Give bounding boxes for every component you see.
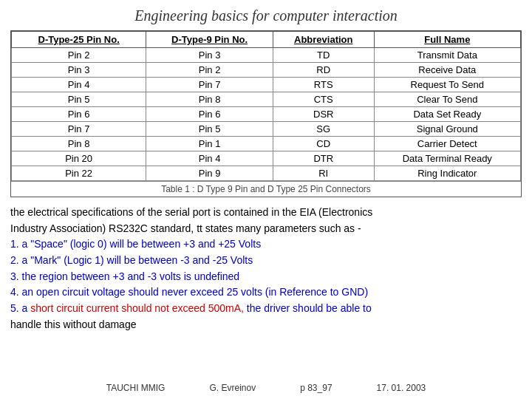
footer: TAUCHI MMIG G. Evreinov p 83_97 17. 01. …	[0, 383, 532, 393]
table-cell-1-0: Pin 3	[12, 63, 146, 78]
table-row: Pin 8Pin 1CDCarrier Detect	[12, 137, 521, 151]
body-item-5: 5. a short circuit current should not ex…	[10, 301, 522, 317]
table-cell-6-0: Pin 8	[12, 137, 146, 151]
body-item-6: handle this without damage	[10, 317, 522, 333]
table-cell-1-2: RD	[273, 63, 374, 78]
table-cell-5-1: Pin 5	[146, 122, 273, 137]
body-item-5-prefix: 5. a	[10, 302, 30, 314]
table-row: Pin 3Pin 2RDReceive Data	[12, 63, 521, 78]
table-cell-2-1: Pin 7	[146, 78, 273, 92]
table-cell-2-3: Request To Send	[374, 78, 520, 92]
footer-page: p 83_97	[300, 383, 332, 393]
table-row: Pin 20Pin 4DTRData Terminal Ready	[12, 151, 521, 166]
table-row: Pin 22Pin 9RIRing Indicator	[12, 166, 521, 181]
table-cell-0-3: Transmit Data	[374, 48, 520, 63]
footer-date: 17. 01. 2003	[377, 383, 426, 393]
table-cell-3-3: Clear To Send	[374, 92, 520, 107]
table-cell-1-1: Pin 2	[146, 63, 273, 78]
table-cell-7-0: Pin 20	[12, 151, 146, 166]
col-header-abbrev: Abbreviation	[273, 32, 374, 48]
table-cell-6-3: Carrier Detect	[374, 137, 520, 151]
footer-author: G. Evreinov	[209, 383, 256, 393]
table-cell-4-1: Pin 6	[146, 107, 273, 122]
body-line2: Industry Association) RS232C standard, t…	[10, 221, 522, 237]
col-header-fullname: Full Name	[374, 32, 520, 48]
table-cell-3-1: Pin 8	[146, 92, 273, 107]
body-item-1: 1. a "Space" (logic 0) will be between +…	[10, 236, 522, 253]
table-cell-8-3: Ring Indicator	[374, 166, 520, 181]
table-cell-6-2: CD	[273, 137, 374, 151]
table-cell-0-0: Pin 2	[12, 48, 146, 63]
col-header-dtype25: D-Type-25 Pin No.	[12, 32, 146, 48]
table-cell-7-2: DTR	[273, 151, 374, 166]
table-row: Pin 6Pin 6DSRData Set Ready	[12, 107, 521, 122]
table-cell-0-2: TD	[273, 48, 374, 63]
page-title: Engineering basics for computer interact…	[0, 0, 532, 30]
table-cell-5-2: SG	[273, 122, 374, 137]
body-item-2: 2. a "Mark" (Logic 1) will be between -3…	[10, 253, 522, 269]
body-item-3: 3. the region between +3 and -3 volts is…	[10, 269, 522, 285]
table-cell-1-3: Receive Data	[374, 63, 520, 78]
body-item-5-red: short circuit current should not exceed …	[30, 302, 244, 314]
pin-table: D-Type-25 Pin No. D-Type-9 Pin No. Abbre…	[11, 31, 521, 181]
footer-org: TAUCHI MMIG	[106, 383, 166, 393]
table-cell-3-2: CTS	[273, 92, 374, 107]
table-header-row: D-Type-25 Pin No. D-Type-9 Pin No. Abbre…	[12, 32, 521, 48]
body-item-5-suffix: the driver should be able to	[244, 302, 372, 314]
table-cell-4-0: Pin 6	[12, 107, 146, 122]
body-intro: the electrical specifications of the ser…	[10, 205, 522, 221]
body-text: the electrical specifications of the ser…	[10, 205, 522, 333]
body-item-4: 4. an open circuit voltage should never …	[10, 284, 522, 301]
table-body: Pin 2Pin 3TDTransmit DataPin 3Pin 2RDRec…	[12, 48, 521, 181]
table-cell-5-3: Signal Ground	[374, 122, 520, 137]
table-cell-2-0: Pin 4	[12, 78, 146, 92]
table-row: Pin 5Pin 8CTSClear To Send	[12, 92, 521, 107]
table-cell-0-1: Pin 3	[146, 48, 273, 63]
table-row: Pin 4Pin 7RTSRequest To Send	[12, 78, 521, 92]
table-row: Pin 2Pin 3TDTransmit Data	[12, 48, 521, 63]
table-cell-6-1: Pin 1	[146, 137, 273, 151]
table-row: Pin 7Pin 5SGSignal Ground	[12, 122, 521, 137]
table-cell-4-3: Data Set Ready	[374, 107, 520, 122]
table-cell-8-1: Pin 9	[146, 166, 273, 181]
table-cell-7-1: Pin 4	[146, 151, 273, 166]
pin-table-container: D-Type-25 Pin No. D-Type-9 Pin No. Abbre…	[10, 30, 522, 197]
table-cell-4-2: DSR	[273, 107, 374, 122]
table-cell-8-2: RI	[273, 166, 374, 181]
table-cell-2-2: RTS	[273, 78, 374, 92]
col-header-dtype9: D-Type-9 Pin No.	[146, 32, 273, 48]
table-cell-3-0: Pin 5	[12, 92, 146, 107]
table-cell-7-3: Data Terminal Ready	[374, 151, 520, 166]
table-caption: Table 1 : D Type 9 Pin and D Type 25 Pin…	[11, 181, 521, 197]
table-cell-5-0: Pin 7	[12, 122, 146, 137]
table-cell-8-0: Pin 22	[12, 166, 146, 181]
